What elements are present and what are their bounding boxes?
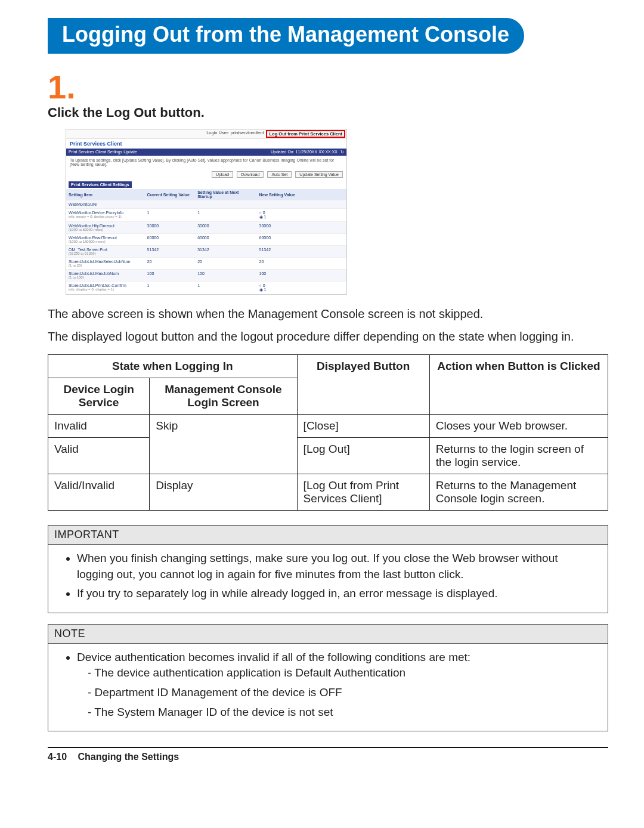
table-row: WebMonitor.ReadTimeout(1000 to 180000 ms… xyxy=(66,234,346,246)
hdr-state: State when Logging In xyxy=(48,355,298,378)
hdr-action: Action when Button is Clicked xyxy=(429,355,608,415)
radio-option[interactable]: 0 xyxy=(259,211,265,215)
refresh-icon[interactable]: ↻ xyxy=(340,150,344,154)
step-block: 1. Click the Log Out button. xyxy=(48,70,608,121)
table-row: Valid/Invalid Display [Log Out from Prin… xyxy=(48,474,608,511)
update-button[interactable]: Update Setting Value xyxy=(295,171,343,178)
page-title-banner: Logging Out from the Management Console xyxy=(48,18,524,54)
important-bullet: When you finish changing settings, make … xyxy=(77,551,596,582)
table-row: StoredJobList.MaxSelectJobNum(1 to 20)20… xyxy=(66,258,346,270)
updated-on-label: Updated On: 11/25/20XX XX:XX:XX xyxy=(271,150,338,154)
table-row: OM_Test.Server.Port(51220 to 51399)51342… xyxy=(66,246,346,258)
radio-option[interactable]: 1 xyxy=(259,215,267,219)
radio-option[interactable]: 1 xyxy=(259,288,267,292)
logout-behavior-table: State when Logging In Displayed Button A… xyxy=(48,354,608,511)
hdr-mgmt-console-login: Management Console Login Screen xyxy=(150,378,297,415)
section-bar-left: Print Services Client Settings Update xyxy=(69,150,137,155)
page-number: 4-10 xyxy=(48,752,67,762)
col-current: Current Setting Value xyxy=(145,189,196,200)
note-callout: NOTE Device authentication becomes inval… xyxy=(48,624,608,731)
note-subbullet: The device authentication application is… xyxy=(88,665,596,681)
autoset-button[interactable]: Auto Set xyxy=(267,171,292,178)
step-instruction: Click the Log Out button. xyxy=(48,105,608,121)
settings-table: Setting Item Current Setting Value Setti… xyxy=(66,189,346,294)
subsection-title: Print Services Client Settings xyxy=(69,181,132,188)
step-number: 1. xyxy=(48,70,608,104)
hdr-device-login-service: Device Login Service xyxy=(48,378,150,415)
embedded-screenshot: Login User: printserviceclient Log Out f… xyxy=(66,129,608,295)
table-row: WebMonitor.INI xyxy=(66,200,346,209)
table-row: WebMonitor.HttpTimeout(1000 to 60000 mse… xyxy=(66,222,346,234)
table-row: StoredJobList.PrintJob.Confirminfo: disp… xyxy=(66,282,346,295)
col-item: Setting Item xyxy=(66,189,145,200)
col-new: New Setting Value xyxy=(257,189,346,200)
important-title: IMPORTANT xyxy=(48,526,608,545)
note-bullet: Device authentication becomes invalid if… xyxy=(77,650,596,720)
note-title: NOTE xyxy=(48,625,608,644)
hdr-displayed-button: Displayed Button xyxy=(297,355,429,415)
table-row: WebMonitor.Device.ProxyInfoinfo: empty =… xyxy=(66,209,346,222)
important-callout: IMPORTANT When you finish changing setti… xyxy=(48,525,608,613)
section-name: Changing the Settings xyxy=(78,752,179,762)
login-user-label: Login User: printserviceclient xyxy=(206,130,264,138)
settings-description: To update the settings, click [Update Se… xyxy=(66,156,346,170)
download-button[interactable]: Download xyxy=(237,171,264,178)
col-next: Setting Value at Next Startup xyxy=(195,189,256,200)
table-row: Invalid Skip [Close] Closes your Web bro… xyxy=(48,415,608,438)
note-subbullet: Department ID Management of the device i… xyxy=(88,685,596,701)
table-row: StoredJobList.MaxJobNum(1 to 100)1001001… xyxy=(66,270,346,282)
upload-button[interactable]: Upload xyxy=(212,171,233,178)
table-row: Valid [Log Out] Returns to the login scr… xyxy=(48,438,608,474)
radio-option[interactable]: 0 xyxy=(259,283,265,288)
note-subbullet: The System Manager ID of the device is n… xyxy=(88,705,596,721)
logout-button[interactable]: Log Out from Print Services Client xyxy=(266,130,345,138)
page-title: Logging Out from the Management Console xyxy=(62,22,509,47)
paragraph: The above screen is shown when the Manag… xyxy=(48,305,608,322)
important-bullet: If you try to separately log in while al… xyxy=(77,586,596,602)
page-footer: 4-10 Changing the Settings xyxy=(48,752,608,762)
app-title: Print Services Client xyxy=(66,138,346,149)
paragraph: The displayed logout button and the logo… xyxy=(48,328,608,345)
